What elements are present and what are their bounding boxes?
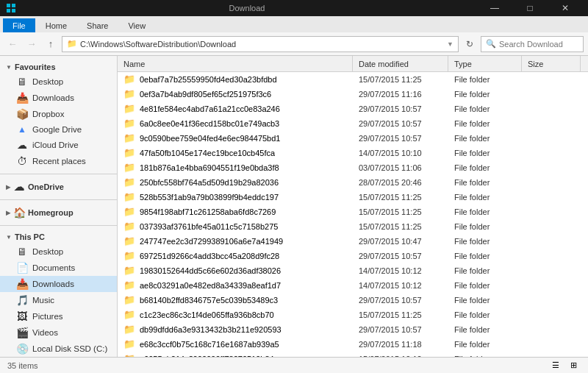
forward-button[interactable]: →: [24, 36, 40, 52]
table-row[interactable]: 📁 528b553f1ab9a79b03899f9b4eddc197 15/07…: [118, 190, 588, 205]
folder-icon: 📁: [123, 206, 135, 217]
col-header-size[interactable]: Size: [522, 56, 581, 71]
title-bar-left: [6, 3, 16, 13]
cell-size: [522, 78, 581, 81]
cell-type: File folder: [448, 74, 522, 85]
sidebar-group-homegroup[interactable]: ▶ 🏠 Homegroup: [0, 205, 117, 221]
table-row[interactable]: 📁 037393af3761bfe45a011c5c7158b275 15/07…: [118, 219, 588, 234]
refresh-button[interactable]: ↻: [462, 36, 478, 52]
sidebar-group-onedrive[interactable]: ▶ ☁ OneDrive: [0, 179, 117, 195]
sidebar-onedrive-label: OneDrive: [28, 182, 64, 191]
table-row[interactable]: 📁 6a0c8ee0e41f36ecd158bc01e749acb3 29/07…: [118, 116, 588, 131]
minimize-button[interactable]: —: [478, 0, 512, 16]
table-row[interactable]: 📁 697251d9266c4add3bcc45a208d9fc28 29/07…: [118, 249, 588, 263]
close-button[interactable]: ✕: [548, 0, 582, 16]
sidebar-item-downloads-fav[interactable]: 📥 Downloads: [0, 90, 117, 106]
table-row[interactable]: 📁 4e81fe584ec4abd7a61a21cc0e83a246 29/07…: [118, 102, 588, 116]
sidebar-section-thispc: ▼ This PC 🖥 Desktop 📄 Documents 📥 Downlo…: [0, 229, 117, 357]
sidebar-item-dropbox[interactable]: 📦 Dropbox: [0, 106, 117, 122]
details-view-button[interactable]: ☰: [548, 359, 563, 372]
icloud-icon: ☁: [16, 139, 28, 151]
sidebar-thispc-label: This PC: [15, 232, 45, 241]
address-input[interactable]: [80, 40, 444, 49]
up-button[interactable]: ↑: [43, 36, 59, 52]
sidebar-item-downloads-pc[interactable]: 📥 Downloads: [0, 276, 117, 292]
cell-type: File folder: [448, 353, 522, 358]
cell-type: File folder: [448, 250, 522, 262]
table-row[interactable]: 📁 0ebaf7a7b25559950fd4ed30a23bfdbd 15/07…: [118, 72, 588, 87]
table-row[interactable]: 📁 250bfc558bf764a5d509d19b29a82036 28/07…: [118, 175, 588, 190]
col-header-date[interactable]: Date modified: [353, 56, 448, 71]
folder-icon: 📁: [123, 74, 135, 85]
cell-size: [522, 152, 581, 154]
table-row[interactable]: 📁 c1c23ec86c3c1f4de065ffa936b8cb70 15/07…: [118, 308, 588, 322]
sidebar-item-pictures[interactable]: 🖼 Pictures: [0, 308, 117, 324]
folder-icon: 📁: [123, 265, 135, 276]
sidebar-group-thispc[interactable]: ▼ This PC: [0, 230, 117, 244]
folder-icon: 📁: [123, 280, 135, 291]
table-row[interactable]: 📁 19830152644dd5c66e602d36adf38026 14/07…: [118, 263, 588, 278]
cell-name: 📁 9854f198abf71c261258aba6fd8c7269: [118, 205, 353, 219]
address-box[interactable]: 📁 ▼: [62, 36, 459, 52]
tab-home[interactable]: Home: [36, 18, 76, 32]
sidebar-item-documents[interactable]: 📄 Documents: [0, 260, 117, 276]
col-header-name[interactable]: Name: [118, 56, 353, 71]
table-row[interactable]: 📁 247747ee2c3d7299389106a6e7a41949 29/07…: [118, 234, 588, 249]
music-icon: 🎵: [16, 294, 28, 306]
table-row[interactable]: 📁 ae8c03291a0e482ed8a34339a8eaf1d7 14/07…: [118, 278, 588, 293]
table-row[interactable]: 📁 9c0590bee759e04fed4e6ec984475bd1 29/07…: [118, 131, 588, 146]
cell-size: [522, 299, 581, 302]
sidebar-group-favourites[interactable]: ▼ Favourites: [0, 60, 117, 74]
tab-share[interactable]: Share: [77, 18, 118, 32]
cell-date: 15/07/2015 11:25: [353, 309, 448, 321]
sidebar-item-music[interactable]: 🎵 Music: [0, 292, 117, 308]
file-list: 📁 0ebaf7a7b25559950fd4ed30a23bfdbd 15/07…: [118, 72, 588, 357]
sidebar-favourites-label: Favourites: [15, 63, 56, 71]
col-header-type[interactable]: Type: [448, 56, 522, 71]
cell-name: 📁 181b876a1e4bba6904551f19e0bda3f8: [118, 160, 353, 174]
table-row[interactable]: 📁 181b876a1e4bba6904551f19e0bda3f8 03/07…: [118, 160, 588, 175]
cell-date: 15/07/2015 11:25: [353, 221, 448, 232]
large-icons-button[interactable]: ⊞: [566, 359, 581, 372]
table-row[interactable]: 📁 b68140b2ffd8346757e5c039b53489c3 29/07…: [118, 293, 588, 308]
table-row[interactable]: 📁 47fa50fb1045e174ec19bce10cb45fca 14/07…: [118, 146, 588, 160]
sidebar-item-local-disk-c[interactable]: 💿 Local Disk SSD (C:): [0, 341, 117, 357]
sidebar-item-videos[interactable]: 🎬 Videos: [0, 324, 117, 341]
maximize-button[interactable]: □: [513, 0, 547, 16]
tab-view[interactable]: View: [118, 18, 155, 32]
cell-name: 📁 47fa50fb1045e174ec19bce10cb45fca: [118, 146, 353, 160]
file-name: 697251d9266c4add3bcc45a208d9fc28: [140, 252, 279, 260]
table-row[interactable]: 📁 e6055eb214c3990990ff78270519b84c 15/07…: [118, 352, 588, 357]
tab-file[interactable]: File: [3, 18, 35, 32]
cell-date: 15/07/2015 11:25: [353, 206, 448, 218]
search-icon: 🔍: [486, 39, 496, 49]
sidebar-item-desktop-pc-label: Desktop: [32, 247, 63, 256]
cell-name: 📁 4e81fe584ec4abd7a61a21cc0e83a246: [118, 102, 353, 116]
cell-name: 📁 037393af3761bfe45a011c5c7158b275: [118, 219, 353, 233]
downloads-fav-icon: 📥: [16, 92, 28, 104]
back-button[interactable]: ←: [4, 36, 21, 52]
cell-name: 📁 6a0c8ee0e41f36ecd158bc01e749acb3: [118, 116, 353, 130]
sidebar-item-desktop-pc[interactable]: 🖥 Desktop: [0, 244, 117, 260]
search-box[interactable]: 🔍: [481, 36, 584, 52]
sidebar-item-desktop-fav[interactable]: 🖥 Desktop: [0, 74, 117, 90]
file-name: 0ebaf7a7b25559950fd4ed30a23bfdbd: [140, 75, 277, 84]
table-row[interactable]: 📁 db99dfdd6a3e9313432b3b211e920593 29/07…: [118, 322, 588, 337]
folder-icon: 📁: [123, 250, 135, 261]
cell-size: [522, 328, 581, 331]
table-row[interactable]: 📁 e68c3ccf0b75c168c716e1687ab939a5 29/07…: [118, 337, 588, 352]
table-row[interactable]: 📁 0ef3a7b4ab9df805ef65cf251975f3c6 29/07…: [118, 87, 588, 102]
cell-name: 📁 ae8c03291a0e482ed8a34339a8eaf1d7: [118, 278, 353, 292]
folder-icon: 📁: [123, 309, 135, 320]
sidebar-item-recent[interactable]: ⏱ Recent places: [0, 153, 117, 169]
sidebar-item-icloud[interactable]: ☁ iCloud Drive: [0, 137, 117, 153]
sidebar-section-onedrive: ▶ ☁ OneDrive: [0, 177, 117, 196]
sidebar-item-google-drive[interactable]: ▲ Google Drive: [0, 122, 117, 137]
search-input[interactable]: [499, 40, 588, 49]
cell-type: File folder: [448, 191, 522, 203]
cell-date: 29/07/2015 10:57: [353, 103, 448, 115]
cell-name: 📁 b68140b2ffd8346757e5c039b53489c3: [118, 293, 353, 307]
cell-type: File folder: [448, 177, 522, 188]
table-row[interactable]: 📁 9854f198abf71c261258aba6fd8c7269 15/07…: [118, 205, 588, 219]
file-name: 9854f198abf71c261258aba6fd8c7269: [140, 207, 276, 216]
